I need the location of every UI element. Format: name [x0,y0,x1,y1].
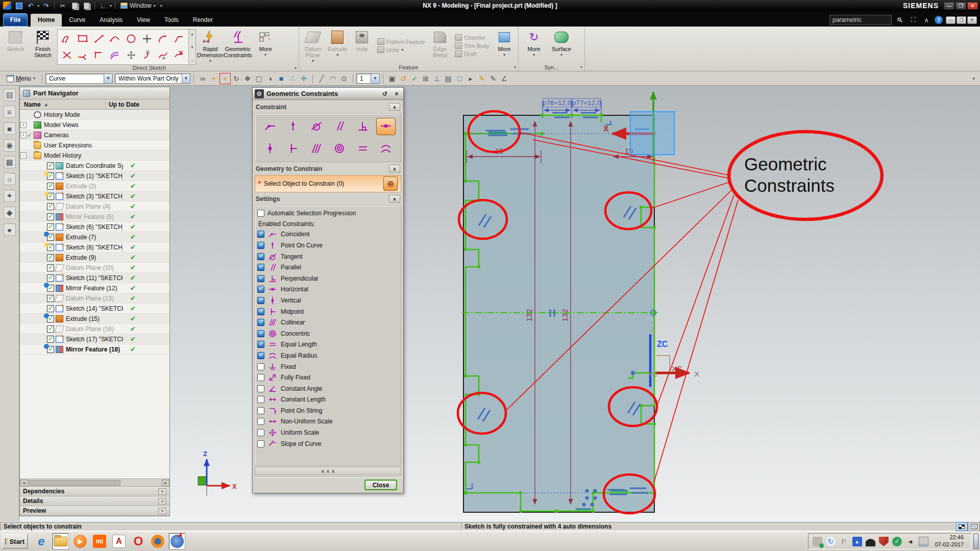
feature-visibility-checkbox[interactable]: ✓ [47,234,54,241]
arc-tool-icon[interactable]: ◠ [327,73,338,84]
toolbar-options-icon[interactable]: ▾ [160,4,162,8]
collapsed-panel[interactable]: Dependencies ˅ [20,487,169,496]
offset-curve-icon[interactable] [107,47,124,63]
csys-tool-icon[interactable]: ∟ [98,1,108,10]
tree-row[interactable]: ✓ ✓ Mirror Feature (18) ✔ [20,344,169,355]
tangent-constraint-button[interactable] [307,118,326,135]
constraint-checkbox[interactable] [257,429,264,436]
software-update-icon[interactable]: ↻ [826,537,836,546]
firefox-icon[interactable] [150,533,166,549]
constraint-checkbox[interactable] [257,396,264,403]
constraint-checkbox[interactable] [257,407,264,414]
make-corner-icon[interactable] [91,47,107,63]
section-constraint[interactable]: Constraint ∧ [255,102,401,112]
clock[interactable]: 22:46 07-02-2017 [932,534,967,548]
column-up-to-date[interactable]: Up to Date [106,99,169,109]
minimize-ribbon-icon[interactable]: ∧ [921,16,932,24]
tab-view[interactable]: View [130,14,157,27]
tree-row[interactable]: ✓ ✓ Mirror Feature (12) ✔ [20,283,169,293]
horizontal-constraint-button[interactable] [376,118,396,135]
csys-dropdown-icon[interactable]: ▾ [110,4,112,8]
sketch-button[interactable]: ✦ Sketch [2,28,29,65]
tab-tools[interactable]: Tools [157,14,186,27]
synchronous-more-button[interactable]: ↻ More▾ [521,28,547,63]
unite-button[interactable]: Unite▾ [377,46,425,53]
file-explorer-icon[interactable] [53,533,69,549]
spy-app-icon[interactable] [866,537,875,546]
feature-visibility-checkbox[interactable]: ✓ [47,213,54,220]
constraint-setting-row[interactable]: Collinear [257,317,399,328]
gallery-expand-icon[interactable]: ⌄ [190,58,194,62]
line-tool-icon[interactable]: ╱ [316,73,327,84]
studio-spline-icon[interactable] [155,47,172,63]
rectangle-select-icon[interactable]: ▢ [253,73,264,84]
render-style-icon[interactable]: ◑ [264,73,276,84]
select-object-row[interactable]: * Select Object to Constrain (0) ⊕ [255,175,401,192]
tab-curve[interactable]: Curve [62,14,92,27]
feature-visibility-checkbox[interactable]: ✓ [47,295,54,302]
tree-row[interactable]: ✓ ✓ Mirror Feature (5) ✔ [20,212,169,222]
group-dialog-launcher-icon[interactable]: ▾ [514,65,516,69]
chamfer-button[interactable]: Chamfer [455,34,489,41]
auto-selection-progression-checkbox[interactable] [257,210,264,217]
measure-icon[interactable]: ∠ [499,73,510,84]
usb-safely-remove-icon[interactable] [813,537,822,546]
constraint-checkbox[interactable] [257,264,264,271]
group-dialog-launcher-icon[interactable]: ▾ [295,66,297,70]
tree-row[interactable]: ✓ ✓ Extrude (15) ✔ [20,314,169,324]
chevron-down-icon[interactable]: ˅ [158,488,166,495]
tree-row[interactable]: ✓ ✓ History Mode ✔ [20,110,169,120]
cut-icon[interactable]: ✂ [58,1,68,10]
search-icon[interactable]: 🔍︎ [895,16,905,24]
collapse-icon[interactable]: ∧ [389,195,400,203]
dialog-options-gear-icon[interactable]: ⚙ [255,89,264,98]
gallery-up-icon[interactable]: ▴ [191,32,193,36]
tree-row[interactable]: ✓ ✓ Extrude (9) ✔ [20,253,169,263]
constraint-setting-row[interactable]: Perpendicular [257,273,399,284]
collapse-icon[interactable]: ∧ [389,165,400,172]
constraint-checkbox[interactable] [257,330,264,337]
snap-settings-icon[interactable]: + [219,73,231,84]
constraint-checkbox[interactable] [257,297,264,304]
hole-button[interactable]: Hole [350,28,374,64]
collapse-icon[interactable]: ∧ [389,103,400,111]
feature-visibility-checkbox[interactable]: ✓ [47,183,54,190]
constraint-setting-row[interactable]: Constant Length [257,394,399,406]
constraint-checkbox[interactable] [257,440,264,447]
tab-home[interactable]: Home [31,14,62,27]
window-menu[interactable]: Window ▾ [120,2,156,9]
feature-visibility-checkbox[interactable]: ✓ [47,223,54,231]
constraint-setting-row[interactable]: Coincident [257,229,399,240]
tab-analysis[interactable]: Analysis [92,14,130,27]
mi-app-icon[interactable]: mi [91,533,108,549]
auto-selection-progression-row[interactable]: Automatic Selection Progression [257,208,399,219]
feature-visibility-checkbox[interactable]: ✓ [47,193,54,200]
feature-visibility-checkbox[interactable]: ✓ [47,274,54,282]
parallel-constraint-button[interactable] [330,118,349,135]
rapid-dimension-button[interactable]: Rapid Dimension ▾ [197,28,224,65]
layers-icon[interactable]: ▤ [443,73,454,84]
constraint-checkbox[interactable] [257,231,264,238]
concentric-constraint-button[interactable] [330,140,349,158]
annotate-icon[interactable]: ✎ [487,73,499,84]
undo-dropdown-icon[interactable]: ▾ [37,4,39,8]
copy-icon[interactable] [69,1,80,10]
fillet-icon[interactable] [155,31,172,47]
tree-row[interactable]: ✓ ✓ Sketch (14) "SKETCH... ✔ [20,304,169,314]
quick-extend-icon[interactable] [75,47,91,63]
facet-points-icon[interactable]: ∴ [287,73,298,84]
menu-button[interactable]: Menu ▾ [3,73,39,84]
history-icon[interactable]: ○ [4,173,16,185]
help-icon[interactable]: ? [935,16,943,24]
constraint-navigator-icon[interactable]: ≡ [4,106,16,118]
triangle-app-icon[interactable]: ▲ [852,537,862,546]
equal-length-constraint-button[interactable] [353,140,373,158]
network-icon[interactable] [919,537,928,546]
circle-icon[interactable] [123,31,139,47]
pan-view-icon[interactable]: ❖ [242,73,253,84]
constraint-setting-row[interactable]: Midpoint [257,306,399,317]
column-name[interactable]: Name▲ [20,99,106,109]
media-player-icon[interactable]: ▶ [72,533,88,549]
show-desktop-button[interactable] [973,534,978,549]
constraint-checkbox[interactable] [257,242,264,249]
